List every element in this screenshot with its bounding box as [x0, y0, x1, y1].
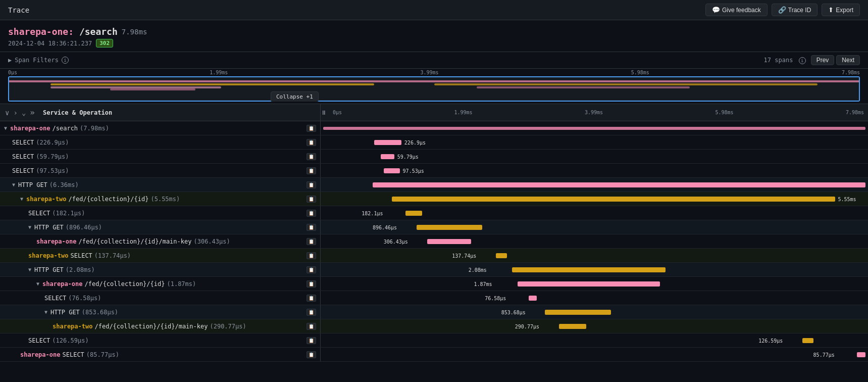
- chevron-right-icon: ▶: [8, 57, 12, 64]
- log-icon[interactable]: 📋: [307, 280, 316, 288]
- span-bar: [496, 253, 507, 258]
- service-name-label: sharepa-two: [28, 252, 68, 259]
- op-name: SELECT: [62, 351, 84, 358]
- trace-rows: ▼sharepa-one /search (7.98ms)📋SELECT (22…: [0, 121, 868, 362]
- row-timeline: 76.58μs: [321, 291, 868, 305]
- export-icon: ⬆: [828, 6, 834, 14]
- span-filters-right: 17 spans i Prev Next: [764, 55, 860, 65]
- span-duration-label: 226.9μs: [404, 139, 426, 145]
- span-bar: [374, 140, 401, 145]
- span-duration-label: 5.55ms: [838, 196, 856, 202]
- log-icon[interactable]: 📋: [307, 351, 316, 358]
- next-button[interactable]: Next: [836, 55, 860, 65]
- collapse-arrow[interactable]: ▼: [28, 267, 31, 272]
- op-duration: (76.58μs): [68, 295, 101, 302]
- log-icon[interactable]: 📋: [307, 323, 316, 330]
- row-timeline: 59.79μs: [321, 150, 868, 163]
- row-label: sharepa-one /fed/{collection}/{id}/main-…: [0, 234, 321, 248]
- trace-id-button[interactable]: 🔗 Trace ID: [772, 4, 818, 16]
- row-timeline: 896.46μs: [321, 220, 868, 234]
- table-row: SELECT (182.1μs)📋182.1μs: [0, 206, 868, 220]
- log-icon[interactable]: 📋: [307, 337, 316, 344]
- span-bar: [384, 168, 400, 173]
- span-duration-label: 2.08ms: [469, 267, 487, 272]
- table-row: SELECT (76.58μs)📋76.58μs: [0, 291, 868, 305]
- op-name: /search: [53, 125, 78, 132]
- table-row: ▼HTTP GET (896.46μs)📋896.46μs: [0, 220, 868, 234]
- op-duration: (97.53μs): [36, 167, 69, 174]
- op-duration: (5.55ms): [150, 196, 180, 203]
- log-icon[interactable]: 📋: [307, 238, 316, 245]
- log-icon[interactable]: 📋: [307, 295, 316, 302]
- row-label: SELECT (126.59μs)📋: [0, 333, 321, 347]
- row-timeline: 97.53μs: [321, 164, 868, 177]
- op-duration: (85.77μs): [86, 351, 119, 358]
- log-icon[interactable]: 📋: [307, 309, 316, 316]
- minimap: 0μs 1.99ms 3.99ms 5.98ms 7.98ms Collapse…: [0, 69, 868, 104]
- op-name: HTTP GET: [18, 181, 47, 188]
- op-duration: (306.43μs): [193, 238, 230, 245]
- collapse-arrow[interactable]: ▼: [36, 281, 39, 287]
- table-row: ▼sharepa-one /fed/{collection}/{id} (1.8…: [0, 277, 868, 291]
- service-name-label: sharepa-one: [42, 280, 82, 288]
- span-bar: [857, 352, 865, 357]
- span-filters-label: Span Filters: [15, 57, 59, 64]
- service-name: sharepa-one: /search: [8, 26, 118, 37]
- span-filters-bar: ▶ Span Filters i 17 spans i Prev Next: [0, 52, 868, 69]
- collapse-arrow[interactable]: ▼: [4, 125, 7, 131]
- more-icon[interactable]: »: [29, 107, 36, 118]
- row-timeline: 6.36ms: [321, 178, 868, 192]
- prev-next-btns: Prev Next: [811, 55, 860, 65]
- trace-header: sharepa-one: /search 7.98ms 2024-12-04 1…: [0, 20, 868, 52]
- expand-icon[interactable]: ›: [12, 108, 18, 118]
- op-duration: (1.87ms): [167, 280, 196, 288]
- op-name: SELECT: [44, 295, 66, 302]
- op-name: SELECT: [12, 153, 34, 160]
- log-icon[interactable]: 📋: [307, 153, 316, 160]
- collapse-arrow[interactable]: ▼: [28, 224, 31, 230]
- info-icon-2: i: [799, 57, 806, 64]
- give-feedback-button[interactable]: 💬 Give feedback: [705, 4, 768, 16]
- op-duration: (290.77μs): [210, 323, 246, 330]
- span-filters-left: ▶ Span Filters i: [8, 57, 69, 64]
- collapse-arrow[interactable]: ▼: [20, 196, 23, 202]
- row-timeline: 1.87ms: [321, 277, 868, 291]
- spans-count: 17 spans i: [764, 57, 806, 64]
- row-label: sharepa-two /fed/{collection}/{id}/main-…: [0, 319, 321, 333]
- col-header-service-op: ∨ › ⌄ » Service & Operation: [0, 104, 321, 121]
- log-icon[interactable]: 📋: [307, 266, 316, 273]
- log-icon[interactable]: 📋: [307, 125, 316, 132]
- op-name: HTTP GET: [34, 266, 64, 273]
- op-name: SELECT: [12, 167, 34, 174]
- span-bar: [559, 324, 586, 329]
- collapse-arrow[interactable]: ▼: [12, 182, 15, 187]
- log-icon[interactable]: 📋: [307, 139, 316, 146]
- log-icon[interactable]: 📋: [307, 252, 316, 259]
- collapse-arrow[interactable]: ▼: [44, 309, 47, 315]
- op-name: HTTP GET: [50, 309, 80, 316]
- span-duration-label: 76.58μs: [485, 295, 506, 301]
- service-name-label: sharepa-two: [53, 323, 92, 330]
- span-duration-label: 85.77μs: [813, 352, 835, 357]
- op-name: SELECT: [12, 139, 34, 146]
- pause-icon[interactable]: ⏸: [321, 109, 327, 116]
- log-icon[interactable]: 📋: [307, 210, 316, 217]
- op-name: SELECT: [70, 252, 92, 259]
- op-duration: (182.1μs): [52, 210, 85, 217]
- log-icon[interactable]: 📋: [307, 224, 316, 231]
- trace-table: ∨ › ⌄ » Service & Operation ⏸ 0μs 1.99ms…: [0, 104, 868, 362]
- log-icon[interactable]: 📋: [307, 167, 316, 174]
- log-icon[interactable]: 📋: [307, 196, 316, 203]
- prev-button[interactable]: Prev: [811, 55, 835, 65]
- export-button[interactable]: ⬆ Export: [822, 4, 860, 16]
- log-icon[interactable]: 📋: [307, 181, 316, 188]
- span-bar: [405, 211, 422, 216]
- toggle-icon[interactable]: ⌄: [21, 108, 27, 118]
- table-row: sharepa-one SELECT (85.77μs)📋85.77μs: [0, 348, 868, 362]
- collapse-all-icon[interactable]: ∨: [4, 108, 10, 118]
- top-bar: Trace 💬 Give feedback 🔗 Trace ID ⬆ Expor…: [0, 0, 868, 20]
- op-name: /fed/{collection}/{id}/main-key: [78, 238, 191, 245]
- minimap-tracks[interactable]: Collapse +1: [8, 76, 860, 102]
- span-duration-label: 97.53μs: [403, 168, 424, 173]
- row-label: ▼HTTP GET (896.46μs)📋: [0, 220, 321, 234]
